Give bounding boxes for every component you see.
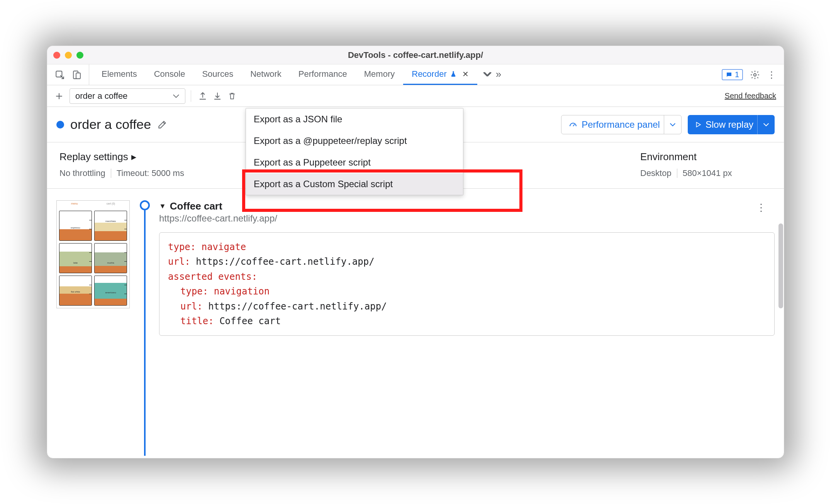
svg-rect-2 — [76, 73, 80, 79]
send-feedback-link[interactable]: Send feedback — [725, 91, 776, 100]
tab-network[interactable]: Network — [242, 64, 290, 85]
edit-icon[interactable] — [157, 120, 167, 130]
environment-device: Desktop — [640, 168, 672, 178]
delete-button[interactable] — [226, 91, 238, 101]
traffic-lights — [53, 52, 83, 59]
export-menu: Export as a JSON file Export as a @puppe… — [246, 108, 463, 195]
slow-replay-button[interactable]: Slow replay — [688, 115, 775, 134]
export-menu-item-custom[interactable]: Export as a Custom Special script — [246, 173, 463, 195]
performance-panel-caret[interactable] — [664, 115, 681, 134]
new-recording-button[interactable]: ＋ — [51, 88, 67, 104]
step-title: Coffee cart — [170, 200, 222, 212]
kebab-menu-icon[interactable]: ⋮ — [767, 69, 776, 80]
step-more-icon[interactable]: ⋮ — [756, 202, 767, 214]
step-header[interactable]: ▼ Coffee cart — [159, 200, 775, 212]
step: ▼ Coffee cart https://coffee-cart.netlif… — [151, 200, 775, 456]
recording-select-value: order a coffee — [75, 91, 127, 101]
import-button[interactable] — [211, 91, 224, 101]
step-url: https://coffee-cart.netlify.app/ — [159, 213, 775, 224]
device-toolbar-icon[interactable] — [72, 70, 81, 80]
screenshot-thumbnail[interactable]: menucart (0) espresso macchiato latte mo… — [56, 200, 130, 456]
settings-icon[interactable] — [750, 70, 760, 80]
tab-elements[interactable]: Elements — [93, 64, 146, 85]
svg-point-3 — [754, 73, 756, 76]
slow-replay-label: Slow replay — [706, 119, 753, 130]
timeout-value: Timeout: 5000 ms — [117, 168, 184, 178]
caret-right-icon: ▸ — [131, 151, 136, 163]
more-tabs-button[interactable]: » — [477, 64, 507, 85]
window-minimize-button[interactable] — [65, 52, 72, 59]
export-button[interactable] — [197, 91, 209, 101]
tab-label: Recorder — [412, 69, 446, 79]
devtools-window: DevTools - coffee-cart.netlify.app/ Elem… — [47, 46, 784, 458]
timeline-line — [144, 210, 146, 456]
gauge-icon — [568, 120, 578, 129]
collapse-icon: ▼ — [159, 202, 166, 210]
devtools-tabs-row: Elements Console Sources Network Perform… — [47, 64, 784, 85]
play-icon — [695, 121, 702, 128]
tab-label: Performance — [298, 69, 347, 79]
vertical-scrollbar[interactable] — [778, 223, 783, 308]
tab-console[interactable]: Console — [146, 64, 194, 85]
tab-label: Elements — [102, 69, 137, 79]
chevron-down-icon — [173, 94, 180, 98]
devtools-tabs: Elements Console Sources Network Perform… — [89, 64, 714, 85]
close-icon[interactable]: ✕ — [462, 69, 469, 79]
tab-sources[interactable]: Sources — [193, 64, 242, 85]
export-menu-item-puppeteer-replay[interactable]: Export as a @puppeteer/replay script — [246, 130, 463, 152]
tab-label: Network — [250, 69, 282, 79]
tab-label: Memory — [364, 69, 395, 79]
performance-panel-label: Performance panel — [582, 119, 660, 130]
timeline: menucart (0) espresso macchiato latte mo… — [47, 189, 784, 456]
tab-label: Console — [154, 69, 185, 79]
titlebar: DevTools - coffee-cart.netlify.app/ — [47, 46, 784, 64]
separator — [111, 169, 111, 178]
step-code: type: navigate url: https://coffee-cart.… — [159, 232, 775, 336]
timeline-node[interactable] — [140, 200, 150, 210]
window-title: DevTools - coffee-cart.netlify.app/ — [47, 50, 784, 60]
tab-label: Sources — [202, 69, 233, 79]
flask-icon — [450, 70, 457, 78]
export-menu-item-puppeteer[interactable]: Export as a Puppeteer script — [246, 152, 463, 173]
issues-button[interactable]: 1 — [722, 69, 743, 80]
slow-replay-caret[interactable] — [757, 115, 775, 134]
timeline-rail — [139, 200, 151, 456]
throttling-value: No throttling — [59, 168, 105, 178]
recording-title: order a coffee — [70, 117, 151, 132]
tab-memory[interactable]: Memory — [356, 64, 403, 85]
separator — [677, 169, 677, 178]
issues-count: 1 — [735, 70, 739, 79]
tab-recorder[interactable]: Recorder ✕ — [403, 64, 477, 85]
inspect-element-icon[interactable] — [55, 70, 65, 80]
performance-panel-button[interactable]: Performance panel — [561, 115, 682, 134]
window-close-button[interactable] — [53, 52, 60, 59]
export-menu-item-json[interactable]: Export as a JSON file — [246, 108, 463, 130]
environment-heading: Environment — [640, 151, 772, 163]
recorder-toolbar: ＋ order a coffee Send feedback — [47, 85, 784, 107]
recording-select[interactable]: order a coffee — [70, 88, 185, 104]
separator — [191, 90, 191, 102]
replay-settings-label: Replay settings — [59, 151, 128, 163]
tab-performance[interactable]: Performance — [290, 64, 356, 85]
record-status-dot — [56, 121, 64, 129]
environment-dimensions: 580×1041 px — [683, 168, 732, 178]
window-zoom-button[interactable] — [76, 52, 83, 59]
